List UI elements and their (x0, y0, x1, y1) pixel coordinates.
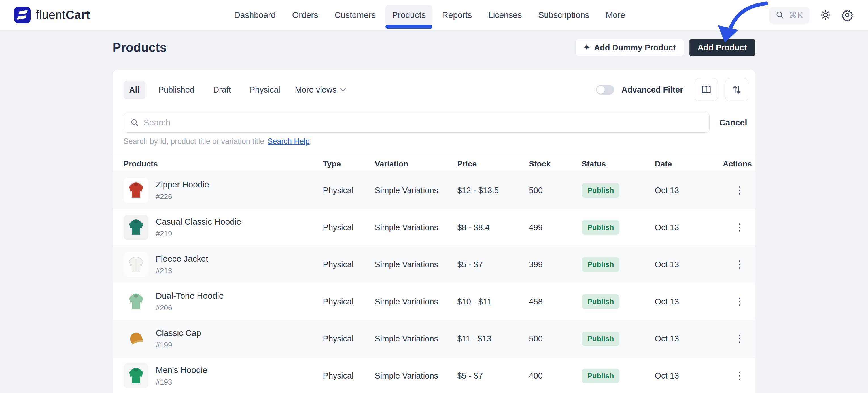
product-cell: Zipper Hoodie #226 (124, 178, 323, 203)
global-search-button[interactable]: ⌘K (769, 7, 810, 24)
product-name: Dual-Tone Hoodie (156, 291, 224, 301)
search-help-link[interactable]: Search Help (268, 137, 310, 146)
status-badge: Publish (582, 257, 620, 272)
nav-item-label: Customers (335, 10, 376, 20)
more-views-dropdown[interactable]: More views (293, 81, 347, 99)
nav-item-licenses[interactable]: Licenses (482, 5, 528, 25)
hoodie-icon (126, 291, 147, 313)
date-cell: Oct 13 (655, 371, 723, 381)
hoodie-icon (126, 179, 147, 201)
table-row[interactable]: Zipper Hoodie #226 Physical Simple Varia… (113, 172, 755, 209)
product-thumbnail (124, 363, 149, 388)
hoodie-icon (126, 365, 147, 387)
docs-button[interactable] (694, 78, 718, 101)
price-cell: $11 - $13 (457, 334, 529, 343)
brand-logo[interactable]: fluentCart (14, 7, 90, 23)
add-dummy-product-button[interactable]: ✦ Add Dummy Product (575, 39, 684, 56)
row-actions-menu-button[interactable] (734, 330, 746, 348)
tab-physical[interactable]: Physical (244, 81, 286, 99)
sort-button[interactable] (725, 78, 748, 101)
price-cell: $12 - $13.5 (457, 186, 529, 195)
table-row[interactable]: Fleece Jacket #213 Physical Simple Varia… (113, 246, 755, 283)
search-shortcut: ⌘K (789, 10, 803, 20)
theme-toggle-button[interactable] (820, 9, 831, 21)
product-cell: Dual-Tone Hoodie #206 (124, 289, 323, 314)
nav-item-orders[interactable]: Orders (285, 5, 325, 25)
nav-item-label: Dashboard (234, 10, 276, 20)
table-row[interactable]: Casual Classic Hoodie #219 Physical Simp… (113, 209, 755, 246)
fluentcart-logo-icon (14, 7, 31, 23)
page-header: Products ✦ Add Dummy Product Add Product (113, 39, 755, 56)
jacket-icon (126, 253, 147, 275)
row-actions-menu-button[interactable] (734, 218, 746, 236)
tab-all[interactable]: All (124, 81, 145, 99)
nav-item-reports[interactable]: Reports (435, 5, 478, 25)
product-id: #206 (156, 303, 224, 312)
more-views-label: More views (295, 85, 337, 95)
nav-item-label: Reports (442, 10, 472, 20)
row-actions-menu-button[interactable] (734, 181, 746, 199)
column-header-status: Status (582, 159, 655, 168)
product-thumbnail (124, 252, 149, 277)
nav-item-more[interactable]: More (599, 5, 632, 25)
product-name: Casual Classic Hoodie (156, 217, 242, 227)
row-actions-menu-button[interactable] (734, 293, 746, 310)
table-body: Zipper Hoodie #226 Physical Simple Varia… (113, 172, 755, 393)
table-row[interactable]: Dual-Tone Hoodie #206 Physical Simple Va… (113, 283, 755, 320)
tab-draft[interactable]: Draft (208, 81, 237, 99)
book-icon (700, 84, 712, 96)
settings-button[interactable] (841, 9, 853, 21)
type-cell: Physical (323, 260, 375, 269)
table-row[interactable]: Classic Cap #199 Physical Simple Variati… (113, 320, 755, 357)
column-header-stock: Stock (529, 159, 582, 168)
product-id: #199 (156, 340, 201, 350)
product-thumbnail (124, 215, 149, 240)
column-header-variation: Variation (375, 159, 457, 168)
nav-item-customers[interactable]: Customers (328, 5, 382, 25)
status-cell: Publish (582, 294, 655, 309)
date-cell: Oct 13 (655, 223, 723, 232)
variation-cell: Simple Variations (375, 371, 457, 381)
main-nav: DashboardOrdersCustomersProductsReportsL… (227, 5, 632, 25)
nav-item-label: Products (392, 10, 426, 20)
product-name: Men's Hoodie (156, 365, 208, 375)
row-actions-menu-button[interactable] (734, 367, 746, 385)
status-badge: Publish (582, 220, 620, 235)
status-badge: Publish (582, 183, 620, 198)
product-cell: Men's Hoodie #193 (124, 363, 323, 388)
advanced-filter-toggle[interactable] (596, 85, 614, 95)
product-cell: Classic Cap #199 (124, 326, 323, 351)
column-header-actions: Actions (723, 159, 755, 168)
nav-item-products[interactable]: Products (385, 5, 432, 25)
chevron-down-icon (340, 86, 346, 92)
cancel-button[interactable]: Cancel (718, 116, 748, 130)
search-input[interactable] (144, 118, 703, 127)
view-tabs: AllPublishedDraftPhysical More views (124, 81, 347, 99)
add-product-button[interactable]: Add Product (689, 39, 755, 56)
table-row[interactable]: Men's Hoodie #193 Physical Simple Variat… (113, 357, 755, 393)
nav-item-subscriptions[interactable]: Subscriptions (531, 5, 596, 25)
search-row: Cancel (113, 113, 755, 132)
nav-item-dashboard[interactable]: Dashboard (227, 5, 282, 25)
stock-cell: 400 (529, 371, 582, 381)
column-header-type: Type (323, 159, 375, 168)
variation-cell: Simple Variations (375, 186, 457, 195)
date-cell: Oct 13 (655, 260, 723, 269)
status-cell: Publish (582, 257, 655, 272)
product-name: Classic Cap (156, 328, 201, 338)
product-thumbnail (124, 326, 149, 351)
status-cell: Publish (582, 183, 655, 198)
tab-published[interactable]: Published (153, 81, 200, 99)
actions-cell (723, 218, 748, 236)
column-header-products: Products (124, 159, 323, 168)
price-cell: $10 - $11 (457, 297, 529, 306)
status-badge: Publish (582, 369, 620, 383)
row-actions-menu-button[interactable] (734, 255, 746, 273)
date-cell: Oct 13 (655, 186, 723, 195)
product-cell: Casual Classic Hoodie #219 (124, 215, 323, 240)
page-header-actions: ✦ Add Dummy Product Add Product (575, 39, 755, 56)
stock-cell: 458 (529, 297, 582, 306)
table-header-row: ProductsTypeVariationPriceStockStatusDat… (113, 156, 755, 172)
cap-icon (126, 328, 147, 350)
actions-cell (723, 255, 748, 273)
